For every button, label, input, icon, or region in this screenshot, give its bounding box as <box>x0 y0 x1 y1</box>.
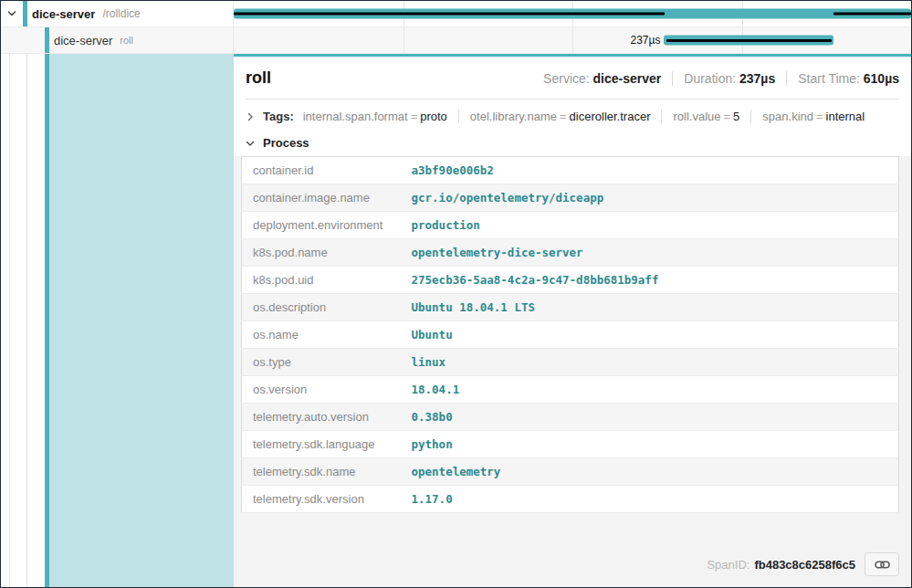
tag-equals: = <box>408 110 421 123</box>
process-value: 1.17.0 <box>401 486 899 513</box>
operation-name-label: roll <box>120 35 133 46</box>
process-value: a3bf90e006b2 <box>401 157 899 184</box>
critical-path-segment <box>833 13 911 16</box>
meta-label: Service: <box>543 71 590 86</box>
span-name-cell-rolldice[interactable]: dice-server /rolldice <box>1 1 234 27</box>
span-detail-title: roll <box>246 68 271 88</box>
process-row: k8s.pod.uid 275ecb36-5aa8-4c2a-9c47-d8bb… <box>242 267 899 294</box>
critical-path-segment <box>234 13 665 16</box>
spanid-value: fb483c8c6258f6c5 <box>754 558 855 572</box>
chevron-down-icon <box>6 8 17 19</box>
process-key: deployment.environment <box>242 212 401 239</box>
process-row: container.id a3bf90e006b2 <box>242 157 899 184</box>
service-color-stripe <box>45 27 49 53</box>
process-value: Ubuntu <box>401 321 899 349</box>
process-key: telemetry.sdk.language <box>242 431 401 458</box>
critical-path-segment <box>666 39 832 42</box>
process-key-value-table: container.id a3bf90e006b2 container.imag… <box>241 156 899 513</box>
process-value: 0.38b0 <box>401 404 899 431</box>
process-key: telemetry.auto.version <box>242 404 401 431</box>
process-row: telemetry.sdk.language python <box>242 431 899 458</box>
process-table-section: container.id a3bf90e006b2 container.imag… <box>234 156 911 587</box>
process-table-body: container.id a3bf90e006b2 container.imag… <box>242 157 899 513</box>
process-value: 18.04.1 <box>401 376 899 404</box>
process-value: Ubuntu 18.04.1 LTS <box>401 294 899 321</box>
tag-value: 5 <box>733 110 739 123</box>
meta-value: dice-server <box>593 71 662 86</box>
process-key: os.type <box>242 349 401 376</box>
process-value: gcr.io/opentelemetry/diceapp <box>401 184 899 212</box>
process-value: production <box>401 212 899 239</box>
process-accordion-header[interactable]: Process <box>246 133 899 156</box>
span-row-rolldice[interactable]: dice-server /rolldice <box>1 1 911 27</box>
meta-service: Service: dice-server <box>543 71 661 86</box>
span-bar-roll[interactable] <box>664 36 833 46</box>
process-key: container.id <box>242 157 401 184</box>
span-track <box>234 1 911 27</box>
chevron-down-icon <box>246 139 255 148</box>
process-value: opentelemetry-dice-server <box>401 239 899 267</box>
tag-item: otel.library.name=diceroller.tracer <box>458 110 662 123</box>
tag-item: roll.value=5 <box>661 110 750 123</box>
process-value: linux <box>401 349 899 376</box>
tag-key: roll.value <box>673 110 720 123</box>
span-detail-header: roll Service: dice-server Duration: 237µ… <box>246 57 899 100</box>
tag-equals: = <box>721 110 734 123</box>
tag-equals: = <box>813 110 826 123</box>
tag-equals: = <box>557 110 570 123</box>
span-name-cell-roll[interactable]: dice-server roll <box>1 27 234 54</box>
chevron-right-icon <box>246 112 255 121</box>
deep-link-button[interactable] <box>865 552 899 576</box>
tag-value: diceroller.tracer <box>570 110 651 123</box>
collapse-toggle[interactable] <box>6 1 17 26</box>
meta-start-time: Start Time: 610µs <box>786 71 899 86</box>
meta-value: 610µs <box>864 71 899 86</box>
service-name-label: dice-server <box>54 34 112 47</box>
grid-line <box>572 27 573 53</box>
trace-body: roll Service: dice-server Duration: 237µ… <box>1 54 911 587</box>
process-section-label: Process <box>263 136 309 150</box>
process-row: deployment.environment production <box>242 212 899 239</box>
span-detail-footer: SpanID: fb483c8c6258f6c5 <box>241 543 899 587</box>
tag-key: span.kind <box>762 110 813 123</box>
jaeger-trace-view: dice-server /rolldice dice-server roll <box>0 0 912 588</box>
process-key: telemetry.sdk.version <box>242 486 401 513</box>
process-row: telemetry.sdk.name opentelemetry <box>242 458 899 486</box>
process-row: telemetry.sdk.version 1.17.0 <box>242 486 899 513</box>
process-key: os.version <box>242 376 401 404</box>
meta-label: Start Time: <box>798 71 860 86</box>
tag-item: span.kind=internal <box>750 110 875 123</box>
service-name-label: dice-server <box>32 7 95 21</box>
process-key: os.description <box>242 294 401 321</box>
link-icon <box>875 559 890 571</box>
process-value: opentelemetry <box>401 458 899 486</box>
meta-value: 237µs <box>739 71 775 86</box>
service-color-stripe <box>23 1 27 26</box>
meta-duration: Duration: 237µs <box>672 71 775 86</box>
tag-list: internal.span.format=proto otel.library.… <box>303 110 876 123</box>
tags-accordion-header[interactable]: Tags: internal.span.format=proto otel.li… <box>246 100 899 131</box>
grid-line <box>404 27 404 53</box>
span-duration-label: 237µs <box>586 34 661 47</box>
process-row: k8s.pod.name opentelemetry-dice-server <box>242 239 899 267</box>
tree-indent-guide <box>26 54 27 587</box>
tag-item: internal.span.format=proto <box>303 110 458 123</box>
spanid-label: SpanID: <box>707 558 750 572</box>
tag-value: internal <box>826 110 865 123</box>
tree-indent-guide <box>9 54 10 587</box>
process-value: 275ecb36-5aa8-4c2a-9c47-d8bb681b9aff <box>401 267 899 294</box>
selected-span-highlight <box>49 54 234 587</box>
tag-key: internal.span.format <box>303 110 408 123</box>
process-key: container.image.name <box>242 184 401 212</box>
process-row: os.type linux <box>242 349 899 376</box>
process-value: python <box>401 431 899 458</box>
process-key: k8s.pod.uid <box>242 267 401 294</box>
process-row: telemetry.auto.version 0.38b0 <box>242 404 899 431</box>
tag-key: otel.library.name <box>470 110 557 123</box>
process-row: os.description Ubuntu 18.04.1 LTS <box>242 294 899 321</box>
span-tree-rail <box>1 54 234 587</box>
process-row: container.image.name gcr.io/opentelemetr… <box>242 184 899 212</box>
span-detail-panel: roll Service: dice-server Duration: 237µ… <box>234 54 911 587</box>
span-row-roll[interactable]: dice-server roll 237µs <box>1 27 911 54</box>
process-row: os.name Ubuntu <box>242 321 899 349</box>
